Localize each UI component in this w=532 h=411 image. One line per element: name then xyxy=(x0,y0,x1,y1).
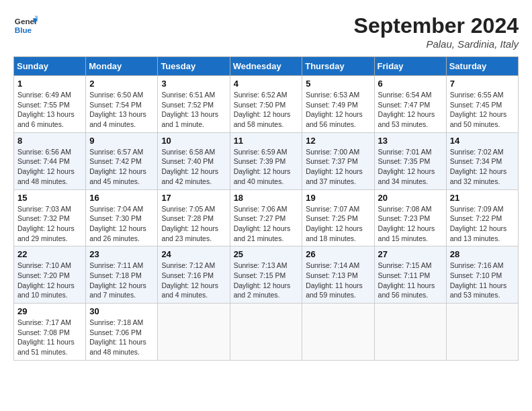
calendar-cell: 9 Sunrise: 6:57 AM Sunset: 7:42 PM Dayli… xyxy=(86,132,158,189)
day-info: Sunrise: 7:11 AM Sunset: 7:18 PM Dayligh… xyxy=(89,261,154,300)
calendar-cell: 25 Sunrise: 7:13 AM Sunset: 7:15 PM Dayl… xyxy=(230,246,302,304)
calendar-cell: 17 Sunrise: 7:05 AM Sunset: 7:28 PM Dayl… xyxy=(158,189,230,246)
day-number: 13 xyxy=(378,136,443,146)
weekday-header: Friday xyxy=(374,57,446,76)
day-info: Sunrise: 7:04 AM Sunset: 7:30 PM Dayligh… xyxy=(89,204,154,244)
calendar-cell xyxy=(446,304,518,361)
calendar-cell: 26 Sunrise: 7:14 AM Sunset: 7:13 PM Dayl… xyxy=(302,246,374,304)
day-number: 2 xyxy=(89,79,154,89)
day-number: 22 xyxy=(17,249,82,259)
day-number: 11 xyxy=(234,136,299,146)
day-number: 23 xyxy=(89,249,154,259)
day-info: Sunrise: 6:49 AM Sunset: 7:55 PM Dayligh… xyxy=(17,90,82,130)
svg-text:Blue: Blue xyxy=(15,26,32,34)
weekday-header: Wednesday xyxy=(230,57,302,76)
calendar-cell: 22 Sunrise: 7:10 AM Sunset: 7:20 PM Dayl… xyxy=(14,246,86,304)
day-number: 4 xyxy=(234,79,299,89)
day-number: 27 xyxy=(378,249,443,259)
day-info: Sunrise: 7:00 AM Sunset: 7:37 PM Dayligh… xyxy=(306,147,370,187)
calendar-cell xyxy=(230,304,302,361)
day-info: Sunrise: 6:55 AM Sunset: 7:45 PM Dayligh… xyxy=(450,90,515,130)
day-number: 14 xyxy=(450,136,515,146)
day-number: 18 xyxy=(234,193,299,203)
day-info: Sunrise: 6:51 AM Sunset: 7:52 PM Dayligh… xyxy=(161,90,226,130)
day-number: 6 xyxy=(378,79,443,89)
day-info: Sunrise: 7:14 AM Sunset: 7:13 PM Dayligh… xyxy=(306,261,370,300)
day-number: 3 xyxy=(161,79,226,89)
calendar-cell: 14 Sunrise: 7:02 AM Sunset: 7:34 PM Dayl… xyxy=(446,132,518,189)
day-number: 8 xyxy=(17,136,82,146)
calendar-cell: 23 Sunrise: 7:11 AM Sunset: 7:18 PM Dayl… xyxy=(86,246,158,304)
calendar-cell: 12 Sunrise: 7:00 AM Sunset: 7:37 PM Dayl… xyxy=(302,132,374,189)
day-info: Sunrise: 6:59 AM Sunset: 7:39 PM Dayligh… xyxy=(234,147,299,187)
day-number: 10 xyxy=(161,136,226,146)
day-info: Sunrise: 6:58 AM Sunset: 7:40 PM Dayligh… xyxy=(161,147,226,187)
calendar-cell: 13 Sunrise: 7:01 AM Sunset: 7:35 PM Dayl… xyxy=(374,132,446,189)
calendar-cell: 15 Sunrise: 7:03 AM Sunset: 7:32 PM Dayl… xyxy=(14,189,86,246)
calendar-cell: 7 Sunrise: 6:55 AM Sunset: 7:45 PM Dayli… xyxy=(446,76,518,133)
calendar-cell xyxy=(302,304,374,361)
location: Palau, Sardinia, Italy xyxy=(354,38,519,50)
day-info: Sunrise: 7:08 AM Sunset: 7:23 PM Dayligh… xyxy=(378,204,443,244)
calendar-cell: 16 Sunrise: 7:04 AM Sunset: 7:30 PM Dayl… xyxy=(86,189,158,246)
weekday-header: Tuesday xyxy=(158,57,230,76)
day-number: 16 xyxy=(89,193,154,203)
calendar-cell xyxy=(374,304,446,361)
calendar-cell: 4 Sunrise: 6:52 AM Sunset: 7:50 PM Dayli… xyxy=(230,76,302,133)
day-info: Sunrise: 6:56 AM Sunset: 7:44 PM Dayligh… xyxy=(17,147,82,187)
day-number: 1 xyxy=(17,79,82,89)
calendar-cell: 6 Sunrise: 6:54 AM Sunset: 7:47 PM Dayli… xyxy=(374,76,446,133)
day-number: 12 xyxy=(306,136,370,146)
calendar-cell: 8 Sunrise: 6:56 AM Sunset: 7:44 PM Dayli… xyxy=(14,132,86,189)
day-info: Sunrise: 7:09 AM Sunset: 7:22 PM Dayligh… xyxy=(450,204,515,244)
day-info: Sunrise: 6:54 AM Sunset: 7:47 PM Dayligh… xyxy=(378,90,443,130)
day-number: 26 xyxy=(306,249,370,259)
day-number: 9 xyxy=(89,136,154,146)
calendar-cell: 5 Sunrise: 6:53 AM Sunset: 7:49 PM Dayli… xyxy=(302,76,374,133)
day-number: 15 xyxy=(17,193,82,203)
day-number: 5 xyxy=(306,79,370,89)
day-info: Sunrise: 7:05 AM Sunset: 7:28 PM Dayligh… xyxy=(161,204,226,244)
day-number: 25 xyxy=(234,249,299,259)
day-info: Sunrise: 7:12 AM Sunset: 7:16 PM Dayligh… xyxy=(161,261,226,300)
day-info: Sunrise: 7:01 AM Sunset: 7:35 PM Dayligh… xyxy=(378,147,443,187)
title-area: September 2024 Palau, Sardinia, Italy xyxy=(354,13,519,50)
day-info: Sunrise: 7:16 AM Sunset: 7:10 PM Dayligh… xyxy=(450,261,515,300)
calendar-cell: 29 Sunrise: 7:17 AM Sunset: 7:08 PM Dayl… xyxy=(14,304,86,361)
weekday-header: Saturday xyxy=(446,57,518,76)
calendar-cell xyxy=(158,304,230,361)
day-number: 24 xyxy=(161,249,226,259)
month-title: September 2024 xyxy=(354,13,519,38)
day-number: 7 xyxy=(450,79,515,89)
day-info: Sunrise: 7:17 AM Sunset: 7:08 PM Dayligh… xyxy=(17,318,82,357)
day-number: 21 xyxy=(450,193,515,203)
day-info: Sunrise: 6:53 AM Sunset: 7:49 PM Dayligh… xyxy=(306,90,370,130)
day-info: Sunrise: 7:06 AM Sunset: 7:27 PM Dayligh… xyxy=(234,204,299,244)
calendar-cell: 11 Sunrise: 6:59 AM Sunset: 7:39 PM Dayl… xyxy=(230,132,302,189)
calendar-cell: 10 Sunrise: 6:58 AM Sunset: 7:40 PM Dayl… xyxy=(158,132,230,189)
day-info: Sunrise: 7:10 AM Sunset: 7:20 PM Dayligh… xyxy=(17,261,82,300)
day-number: 28 xyxy=(450,249,515,259)
day-number: 30 xyxy=(89,306,154,316)
calendar-cell: 24 Sunrise: 7:12 AM Sunset: 7:16 PM Dayl… xyxy=(158,246,230,304)
day-number: 19 xyxy=(306,193,370,203)
logo-icon: General Blue xyxy=(13,13,38,38)
day-info: Sunrise: 7:18 AM Sunset: 7:06 PM Dayligh… xyxy=(89,318,154,357)
calendar-cell: 20 Sunrise: 7:08 AM Sunset: 7:23 PM Dayl… xyxy=(374,189,446,246)
calendar-cell: 30 Sunrise: 7:18 AM Sunset: 7:06 PM Dayl… xyxy=(86,304,158,361)
day-info: Sunrise: 7:13 AM Sunset: 7:15 PM Dayligh… xyxy=(234,261,299,300)
calendar-cell: 28 Sunrise: 7:16 AM Sunset: 7:10 PM Dayl… xyxy=(446,246,518,304)
calendar-cell: 18 Sunrise: 7:06 AM Sunset: 7:27 PM Dayl… xyxy=(230,189,302,246)
calendar-cell: 1 Sunrise: 6:49 AM Sunset: 7:55 PM Dayli… xyxy=(14,76,86,133)
calendar-cell: 21 Sunrise: 7:09 AM Sunset: 7:22 PM Dayl… xyxy=(446,189,518,246)
day-number: 17 xyxy=(161,193,226,203)
day-info: Sunrise: 7:07 AM Sunset: 7:25 PM Dayligh… xyxy=(306,204,370,244)
calendar-cell: 2 Sunrise: 6:50 AM Sunset: 7:54 PM Dayli… xyxy=(86,76,158,133)
calendar-table: SundayMondayTuesdayWednesdayThursdayFrid… xyxy=(13,56,519,361)
calendar-cell: 19 Sunrise: 7:07 AM Sunset: 7:25 PM Dayl… xyxy=(302,189,374,246)
calendar-cell: 3 Sunrise: 6:51 AM Sunset: 7:52 PM Dayli… xyxy=(158,76,230,133)
weekday-header: Monday xyxy=(86,57,158,76)
day-number: 20 xyxy=(378,193,443,203)
day-info: Sunrise: 6:57 AM Sunset: 7:42 PM Dayligh… xyxy=(89,147,154,187)
weekday-header: Thursday xyxy=(302,57,374,76)
